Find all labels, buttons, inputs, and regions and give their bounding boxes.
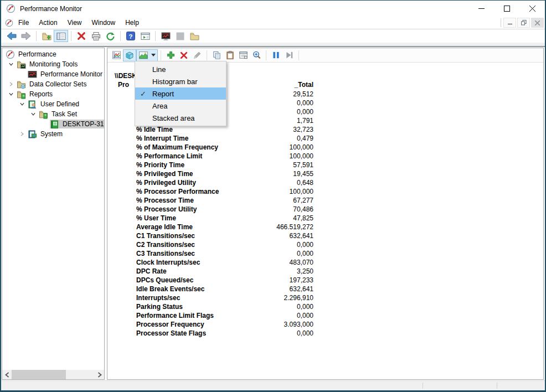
- delete-button[interactable]: [74, 30, 89, 42]
- close-button[interactable]: [519, 1, 545, 17]
- report-row[interactable]: C1 Transitions/sec 632,641: [136, 231, 313, 240]
- child-restore-button[interactable]: [517, 18, 530, 28]
- back-button[interactable]: [4, 30, 19, 42]
- menu-file[interactable]: File: [13, 17, 34, 28]
- tree-selection: DESKTOP-315I4E: [50, 120, 105, 128]
- report-row[interactable]: Processor Frequency 3.093,000: [136, 320, 313, 329]
- report-row[interactable]: % Privileged Time 19,455: [136, 169, 313, 178]
- up-level-button[interactable]: [39, 30, 54, 42]
- disabled-placeholder-button[interactable]: [173, 30, 187, 42]
- report-row[interactable]: Parking Status 0,000: [136, 302, 313, 311]
- report-row[interactable]: Idle Break Events/sec 632,641: [136, 285, 313, 293]
- refresh-button[interactable]: [103, 30, 117, 42]
- counter-value: 2.296,910: [284, 294, 313, 302]
- report-row[interactable]: DPCs Queued/sec 197,233: [136, 276, 313, 285]
- report-row[interactable]: % Performance Limit 100,000: [136, 152, 313, 161]
- menu-help[interactable]: Help: [120, 17, 144, 28]
- content-area: Performance Monitoring Tools Performance…: [1, 47, 545, 380]
- scroll-left-arrow-icon[interactable]: [2, 370, 12, 379]
- chevron-down-icon[interactable]: [6, 60, 17, 69]
- delete-counter-button[interactable]: [177, 49, 190, 61]
- tree-item-task-set[interactable]: Task Set: [2, 109, 104, 119]
- report-row[interactable]: % Processor Performance 100,000: [136, 187, 313, 196]
- toolbar-separator: [36, 31, 37, 41]
- chevron-down-icon[interactable]: [6, 90, 17, 99]
- tree-item-monitoring-tools[interactable]: Monitoring Tools: [2, 59, 104, 69]
- report-row[interactable]: DPC Rate 3,250: [136, 267, 313, 276]
- copy-properties-button[interactable]: [210, 49, 223, 61]
- chevron-down-icon[interactable]: [17, 100, 28, 109]
- menu-action[interactable]: Action: [34, 17, 62, 28]
- open-folder-button[interactable]: [187, 30, 202, 42]
- report-row[interactable]: Processor State Flags 0,000: [136, 329, 313, 338]
- tree-item-reports[interactable]: Reports: [2, 89, 104, 99]
- tree-item-performance[interactable]: Performance: [2, 49, 104, 59]
- child-close-button[interactable]: [531, 18, 544, 28]
- add-counter-button[interactable]: [164, 49, 177, 61]
- report-row[interactable]: Average Idle Time 466.519,272: [136, 223, 313, 231]
- graph-type-menu-item[interactable]: ✓ Report: [135, 87, 226, 100]
- tree-item-user-defined[interactable]: User Defined: [2, 99, 104, 109]
- forward-button[interactable]: [19, 30, 33, 42]
- report-row[interactable]: % Idle Time 32,723: [136, 125, 313, 134]
- minimize-button[interactable]: [468, 1, 494, 17]
- tree-item-label: Performance: [17, 50, 58, 59]
- graph-type-menu-item[interactable]: ✓ Line: [135, 63, 226, 75]
- menu-window[interactable]: Window: [87, 17, 121, 28]
- report-row[interactable]: Clock Interrupts/sec 483,070: [136, 258, 313, 267]
- freeze-display-button[interactable]: [269, 49, 282, 61]
- child-minimize-button[interactable]: [503, 18, 516, 28]
- tree-item-performance-monitor[interactable]: Performance Monitor: [2, 69, 104, 79]
- counter-name: % Priority Time: [136, 161, 184, 169]
- print-button[interactable]: [89, 30, 103, 42]
- counter-name: Parking Status: [136, 303, 183, 311]
- console-window-button[interactable]: [138, 30, 152, 42]
- scroll-right-arrow-icon[interactable]: [95, 370, 104, 379]
- tree-item-desktop-report[interactable]: DESKTOP-315I4E: [2, 119, 104, 129]
- report-row[interactable]: % Processor Time 67,277: [136, 196, 313, 205]
- toggle-console-tree-button[interactable]: [54, 30, 68, 42]
- chevron-right-icon[interactable]: [17, 130, 28, 138]
- menu-item-label: Line: [152, 65, 166, 74]
- report-row[interactable]: Performance Limit Flags 0,000: [136, 311, 313, 320]
- counter-value: 466.519,272: [276, 223, 313, 231]
- main-toolbar: ?: [1, 29, 545, 43]
- report-row[interactable]: C3 Transitions/sec 0,000: [136, 249, 313, 258]
- counter-value: 632,641: [290, 285, 313, 293]
- counter-value: 0,000: [297, 303, 313, 311]
- tree-item-system[interactable]: System: [2, 129, 104, 139]
- report-row[interactable]: % of Maximum Frequency 100,000: [136, 143, 313, 152]
- report-row[interactable]: % Priority Time 57,591: [136, 161, 313, 169]
- chevron-right-icon[interactable]: [6, 80, 17, 89]
- menu-item-label: Report: [152, 90, 174, 98]
- zoom-button[interactable]: [250, 49, 263, 61]
- report-row[interactable]: Interrupts/sec 2.296,910: [136, 293, 313, 302]
- report-row[interactable]: % User Time 47,825: [136, 214, 313, 223]
- graph-type-menu-item[interactable]: ✓ Area: [135, 100, 226, 112]
- paste-counter-list-button[interactable]: [223, 49, 236, 61]
- scrollbar-thumb[interactable]: [12, 370, 66, 379]
- change-graph-type-button[interactable]: [136, 49, 150, 61]
- view-log-data-button[interactable]: [123, 49, 136, 61]
- report-row[interactable]: C2 Transitions/sec 0,000: [136, 240, 313, 249]
- counter-value: 29,512: [293, 90, 313, 98]
- highlight-button[interactable]: [190, 49, 204, 61]
- view-current-activity-button[interactable]: [110, 49, 123, 61]
- menu-view[interactable]: View: [63, 17, 87, 28]
- tree-horizontal-scrollbar[interactable]: [2, 370, 104, 379]
- properties-button[interactable]: [236, 49, 250, 61]
- update-data-button[interactable]: [282, 49, 296, 61]
- maximize-button[interactable]: [494, 1, 519, 17]
- graph-type-menu-item[interactable]: ✓ Stacked area: [135, 112, 226, 124]
- tree-item-data-collector-sets[interactable]: Data Collector Sets: [2, 79, 104, 89]
- report-row[interactable]: % Privileged Utility 0,648: [136, 178, 313, 187]
- graph-type-dropdown-button[interactable]: [150, 49, 158, 61]
- view-log-data-icon: [125, 50, 135, 60]
- help-button[interactable]: ?: [123, 30, 138, 42]
- chevron-down-icon[interactable]: [28, 110, 39, 118]
- report-row[interactable]: % Processor Utility 70,486: [136, 205, 313, 214]
- report-row[interactable]: % Interrupt Time 0,479: [136, 134, 313, 143]
- counter-name: DPCs Queued/sec: [136, 276, 193, 284]
- performance-chart-button[interactable]: [158, 30, 173, 42]
- graph-type-menu-item[interactable]: ✓ Histogram bar: [135, 75, 226, 87]
